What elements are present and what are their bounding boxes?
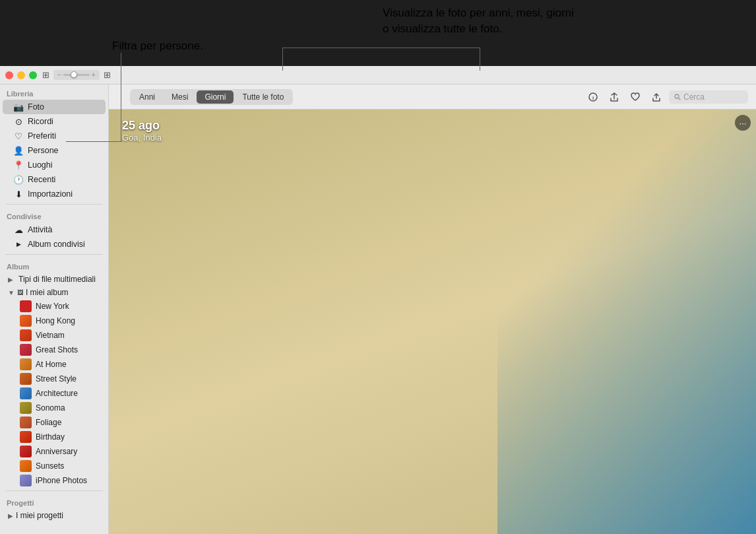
vietnam-thumb (20, 329, 32, 341)
toolbar: Anni Mesi Giorni Tutte le foto i (109, 84, 756, 110)
importazioni-label: Importazioni (28, 189, 73, 199)
persone-icon: 👤 (13, 145, 24, 156)
album-architecture[interactable]: Architecture (3, 386, 106, 401)
attivita-label: Attività (28, 225, 53, 234)
ricordi-label: Ricordi (28, 117, 53, 126)
callout-right: Visualizza le foto per anni, mesi, giorn… (383, 5, 574, 37)
album-birthday[interactable]: Birthday (3, 430, 106, 444)
street-style-label: Street Style (36, 374, 77, 384)
preferiti-icon: ♡ (13, 131, 24, 141)
album-vietnam[interactable]: Vietnam (3, 328, 106, 343)
progetti-header: Progetti (0, 494, 108, 509)
birthday-label: Birthday (36, 432, 65, 442)
sidebar-item-ricordi[interactable]: ⊙ Ricordi (3, 114, 106, 129)
photo-cell-b2[interactable] (433, 472, 757, 534)
info-button[interactable]: i (584, 88, 602, 106)
album-sonoma[interactable]: Sonoma (3, 401, 106, 415)
sidebar-item-persone[interactable]: 👤 Persone (3, 143, 106, 158)
close-button[interactable] (5, 71, 13, 79)
svg-text:i: i (592, 94, 594, 100)
app-window: ⊞ − + ⊞ Libreria 📷 Foto ⊙ Ricordi (0, 66, 756, 534)
sonoma-thumb (20, 402, 32, 414)
maximize-button[interactable] (29, 71, 37, 79)
tab-giorni[interactable]: Giorni (197, 90, 234, 104)
architecture-thumb (20, 387, 32, 399)
sidebar-item-foto[interactable]: 📷 Foto (3, 100, 106, 114)
great-shots-thumb (20, 344, 32, 356)
tipi-chevron: ▶ (8, 276, 13, 283)
miei-progetti-label: I miei progetti (16, 511, 63, 520)
zoom-out-icon[interactable]: − (57, 71, 61, 79)
sidebar-item-preferiti[interactable]: ♡ Preferiti (3, 129, 106, 143)
foto-icon: 📷 (13, 102, 24, 112)
photo-area[interactable]: 25 ago Goa, India (109, 110, 756, 534)
zoom-slider[interactable] (63, 74, 90, 76)
view-tabs: Anni Mesi Giorni Tutte le foto (130, 89, 293, 105)
sidebar-item-album-condivisi[interactable]: ▶ Album condivisi (3, 237, 106, 251)
sidebar-toggle-icon[interactable]: ⊞ (42, 70, 49, 80)
tab-anni[interactable]: Anni (131, 90, 163, 104)
minimize-button[interactable] (17, 71, 25, 79)
importazioni-icon: ⬇ (13, 189, 24, 199)
right-panel: Anni Mesi Giorni Tutte le foto i (109, 84, 756, 534)
attivita-icon: ☁ (13, 224, 24, 235)
foliage-thumb (20, 417, 32, 428)
album-condivisi-label: Album condivisi (28, 240, 85, 249)
tab-tutte[interactable]: Tutte le foto (234, 90, 292, 104)
sunsets-label: Sunsets (36, 461, 64, 471)
album-street-style[interactable]: Street Style (3, 372, 106, 386)
sidebar: Libreria 📷 Foto ⊙ Ricordi ♡ Preferiti 👤 … (0, 84, 109, 534)
album-foliage[interactable]: Foliage (3, 415, 106, 430)
zoom-in-icon[interactable]: + (92, 71, 96, 79)
miei-album-icon: 🖼 (17, 289, 23, 296)
anniversary-label: Anniversary (36, 447, 77, 456)
sonoma-label: Sonoma (36, 403, 65, 413)
vietnam-label: Vietnam (36, 331, 65, 340)
sidebar-item-luoghi[interactable]: 📍 Luoghi (3, 158, 106, 172)
main-content: Libreria 📷 Foto ⊙ Ricordi ♡ Preferiti 👤 … (0, 84, 756, 534)
miei-album-toggle[interactable]: ▼ 🖼 I miei album (3, 286, 106, 299)
album-new-york[interactable]: New York (3, 299, 106, 314)
great-shots-label: Great Shots (36, 345, 78, 354)
sidebar-item-importazioni[interactable]: ⬇ Importazioni (3, 187, 106, 201)
sidebar-item-attivita[interactable]: ☁ Attività (3, 222, 106, 237)
album-iphone-photos[interactable]: iPhone Photos (3, 473, 106, 488)
architecture-label: Architecture (36, 389, 78, 398)
location-text: Goa, India (122, 133, 162, 143)
export-button[interactable] (648, 88, 665, 106)
foliage-label: Foliage (36, 418, 61, 427)
photo-b2-art (433, 472, 757, 534)
condivise-header: Condivise (0, 207, 108, 222)
title-bar: ⊞ − + ⊞ (0, 66, 756, 84)
more-button[interactable]: ··· (735, 115, 751, 131)
share-button[interactable] (606, 88, 623, 106)
svg-line-3 (678, 98, 680, 100)
sidebar-item-recenti[interactable]: 🕐 Recenti (3, 172, 106, 187)
export-icon (652, 92, 661, 102)
progetti-chevron: ▶ (8, 512, 13, 519)
tab-mesi[interactable]: Mesi (164, 90, 196, 104)
tipi-file-toggle[interactable]: ▶ Tipi di file multimediali (3, 273, 106, 286)
album-hong-kong[interactable]: Hong Kong (3, 314, 106, 328)
search-box (669, 90, 748, 104)
album-great-shots[interactable]: Great Shots (3, 343, 106, 357)
favorite-button[interactable] (627, 88, 644, 106)
miei-progetti-toggle[interactable]: ▶ I miei progetti (3, 509, 106, 522)
new-york-thumb (20, 300, 32, 312)
ricordi-icon: ⊙ (13, 116, 24, 127)
album-at-home[interactable]: At Home (3, 357, 106, 372)
album-anniversary[interactable]: Anniversary (3, 444, 106, 459)
luoghi-icon: 📍 (13, 160, 24, 170)
sunsets-thumb (20, 460, 32, 472)
divider-2 (5, 254, 103, 255)
iphone-photos-label: iPhone Photos (36, 476, 87, 485)
info-icon: i (588, 92, 598, 102)
divider-1 (5, 204, 103, 205)
photo-grid-bottom (109, 472, 756, 534)
search-input[interactable] (683, 92, 736, 102)
album-sunsets[interactable]: Sunsets (3, 459, 106, 473)
grid-view-icon[interactable]: ⊞ (104, 70, 111, 80)
annotation-line-h2 (282, 48, 480, 48)
birthday-thumb (20, 431, 32, 443)
heart-icon (631, 92, 640, 102)
